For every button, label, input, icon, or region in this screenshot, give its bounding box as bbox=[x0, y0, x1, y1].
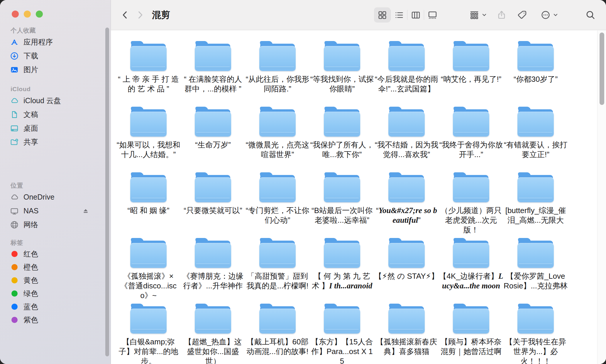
sidebar-item-tag-green[interactable]: 绿色 bbox=[0, 287, 111, 300]
sidebar-item-downloads[interactable]: 下载 bbox=[0, 49, 111, 63]
sidebar-item-tag-yellow[interactable]: 黄色 bbox=[0, 274, 111, 287]
sidebar-item-documents[interactable]: 文稿 bbox=[0, 108, 111, 121]
folder-icon bbox=[259, 41, 296, 72]
column-view-button[interactable] bbox=[407, 7, 424, 23]
sidebar-item-label: 红色 bbox=[23, 249, 38, 259]
folder[interactable]: “微微晨光，点亮这喧嚣世界” bbox=[245, 107, 310, 172]
list-icon bbox=[394, 10, 404, 20]
sidebar-item-shared[interactable]: 共享 bbox=[0, 135, 111, 149]
share-button[interactable] bbox=[496, 7, 507, 23]
folder[interactable]: 「高甜预警」甜到我真的是...柠檬啊! bbox=[245, 238, 310, 304]
folder-icon bbox=[323, 304, 361, 334]
folder[interactable]: “呐艾伦，再见了!” bbox=[439, 41, 503, 107]
group-button[interactable] bbox=[469, 7, 488, 23]
folder-grid-area: “ 上 帝 亲 手 打 造 的 艺 术 品 ”“ 在满脸笑容的人群中，...的模… bbox=[111, 30, 606, 364]
tags-button[interactable] bbox=[517, 7, 528, 23]
folder[interactable]: 【⚡然 の STAY⚡】 bbox=[374, 238, 439, 304]
sidebar-item-label: 黄色 bbox=[23, 275, 38, 285]
search-button[interactable] bbox=[585, 7, 596, 23]
tag-dot bbox=[9, 249, 19, 259]
sidebar-item-tag-purple[interactable]: 紫色 bbox=[0, 313, 111, 326]
close-button[interactable] bbox=[12, 11, 19, 18]
folder-icon bbox=[452, 172, 490, 203]
folder[interactable]: 【东方】【15人合作】Para...ost X 15 bbox=[310, 304, 374, 364]
gallery-icon bbox=[428, 10, 437, 20]
sidebar-item-tag-blue[interactable]: 蓝色 bbox=[0, 300, 111, 313]
folder[interactable]: “如果可以，我想和十几...人结婚。” bbox=[116, 107, 181, 172]
list-view-button[interactable] bbox=[391, 7, 407, 23]
minimize-button[interactable] bbox=[24, 11, 31, 18]
folder[interactable]: “我不结婚，因为我觉得...喜欢我” bbox=[374, 107, 439, 172]
folder[interactable]: 【顾与】桥本环奈混剪｜她曾活过啊 bbox=[439, 304, 503, 364]
folder[interactable]: “生命万岁” bbox=[181, 107, 245, 172]
folder[interactable]: 【超燃_热血】这盛世如你...国盛世） bbox=[181, 304, 245, 364]
sidebar-item-tag-red[interactable]: 红色 bbox=[0, 247, 111, 261]
folder[interactable]: 【白银&amp;弥子】对前辈...的地步。 bbox=[116, 304, 181, 364]
folder[interactable]: 【4K_边缘行者】Lucy&a...the moon bbox=[439, 238, 503, 304]
folder[interactable]: “ 在满脸笑容的人群中，...的模样 ” bbox=[181, 41, 245, 107]
folder-name: 【孤独摇滚新春庆典】喜多猫猫 bbox=[374, 337, 439, 356]
folder-name: [butterfly_综漫_催泪_高燃...无限大 bbox=[503, 206, 568, 225]
forward-button[interactable] bbox=[133, 7, 147, 23]
sidebar-item-icloud-drive[interactable]: iCloud 云盘 bbox=[0, 94, 111, 108]
folder-name: “微微晨光，点亮这喧嚣世界” bbox=[245, 140, 310, 159]
main-area: 混剪 “ 上 帝 亲 手 打 造 的 艺 术 品 ”“ 在满脸笑容的人群中，..… bbox=[111, 0, 606, 364]
sidebar-item-network[interactable]: 网络 bbox=[0, 218, 111, 232]
folder-icon bbox=[259, 238, 296, 268]
sidebar-item-applications[interactable]: 应用程序 bbox=[0, 35, 111, 49]
folder[interactable]: “有错就要认，挨打要立正!” bbox=[503, 107, 568, 172]
sidebar-item-nas[interactable]: NAS bbox=[0, 204, 111, 218]
folder[interactable]: 【 何 为 第 九 艺 术 】I th...aranoid bbox=[310, 238, 374, 304]
sidebar-item-label: 橙色 bbox=[23, 262, 38, 272]
folder[interactable]: “You&#x27;re so beautiful” bbox=[374, 172, 439, 238]
sidebar-item-onedrive[interactable]: OneDrive bbox=[0, 190, 111, 204]
folder-name: 【关于我转生在异世界为...】必火！！！ bbox=[503, 337, 568, 364]
folder[interactable]: 【孤独摇滚新春庆典】喜多猫猫 bbox=[374, 304, 439, 364]
folder-icon bbox=[517, 41, 554, 72]
chevron-left-icon bbox=[121, 10, 130, 20]
sidebar-section-label: 标签 bbox=[0, 238, 111, 247]
folder[interactable]: 【关于我转生在异世界为...】必火！！！ bbox=[503, 304, 568, 364]
content-scrollbar[interactable] bbox=[600, 33, 604, 105]
folder[interactable]: “ 上 帝 亲 手 打 造 的 艺 术 品 ” bbox=[116, 41, 181, 107]
sidebar-item-label: 图片 bbox=[23, 65, 38, 74]
folder[interactable]: “今后我就是你的雨伞!”...玄武国篇】 bbox=[374, 41, 439, 107]
sidebar-item-tag-orange[interactable]: 橙色 bbox=[0, 261, 111, 274]
gallery-view-button[interactable] bbox=[424, 7, 441, 23]
folder-icon bbox=[388, 172, 425, 203]
folder[interactable]: “你都30岁了” bbox=[503, 41, 568, 107]
folder[interactable]: “从此往后，你我形同陌路.” bbox=[245, 41, 310, 107]
folder[interactable]: （少儿频道）两只老虎爱跳...次元版！ bbox=[439, 172, 503, 238]
folder[interactable]: “我终于舍得为你放开手...” bbox=[439, 107, 503, 172]
display-icon bbox=[9, 206, 19, 216]
folder[interactable]: “昭 和 姻 缘” bbox=[116, 172, 181, 238]
view-switcher bbox=[374, 7, 441, 23]
folder[interactable]: 《赛博朋克：边缘行者》...升华神作 bbox=[181, 238, 245, 304]
folder[interactable]: “只要微笑就可以” bbox=[181, 172, 245, 238]
chevron-down-icon bbox=[553, 12, 558, 18]
folder-name: “ 在满脸笑容的人群中，...的模样 ” bbox=[181, 74, 245, 94]
icon-view-button[interactable] bbox=[374, 7, 390, 23]
folder[interactable]: “B站最后一次叫你老婆啦...远幸福” bbox=[310, 172, 374, 238]
sidebar-item-label: OneDrive bbox=[23, 193, 55, 201]
folder-icon bbox=[452, 107, 490, 137]
sidebar-item-desktop[interactable]: 桌面 bbox=[0, 121, 111, 135]
back-button[interactable] bbox=[119, 7, 132, 23]
folder[interactable]: “等我找到你，试探你眼睛” bbox=[310, 41, 374, 107]
zoom-button[interactable] bbox=[36, 11, 43, 18]
eject-icon[interactable] bbox=[82, 207, 89, 215]
sidebar-nav: 个人收藏应用程序下载图片iCloudiCloud 云盘文稿桌面共享位置OneDr… bbox=[0, 26, 111, 326]
folder[interactable]: [butterfly_综漫_催泪_高燃...无限大 bbox=[503, 172, 568, 238]
folder[interactable]: 【戴上耳机】60部动画混...们的故事! bbox=[245, 304, 310, 364]
folder-icon bbox=[194, 172, 232, 203]
folder[interactable]: 《孤独摇滚》×《普通disco...isco》~ bbox=[116, 238, 181, 304]
more-button[interactable] bbox=[540, 7, 559, 23]
folder-name: （少儿频道）两只老虎爱跳...次元版！ bbox=[439, 206, 503, 235]
folder[interactable]: 【爱你罗茜_Love Rosie】...克拉弗林 bbox=[503, 238, 568, 304]
folder[interactable]: “专门剪烂，不让你们心动” bbox=[245, 172, 310, 238]
folder-name: “You&#x27;re so beautiful” bbox=[374, 206, 439, 225]
folder[interactable]: “我保护了所有人，唯...救下你” bbox=[310, 107, 374, 172]
folder-icon bbox=[194, 107, 232, 137]
sidebar-scrollbar[interactable] bbox=[105, 28, 109, 356]
sidebar-item-pictures[interactable]: 图片 bbox=[0, 63, 111, 76]
